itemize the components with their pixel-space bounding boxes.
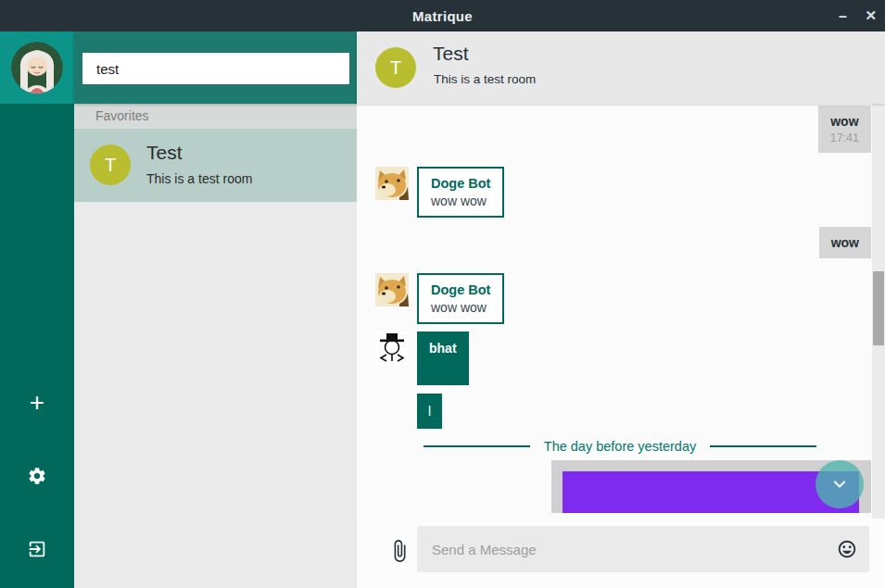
attach-file-button[interactable] <box>387 538 411 564</box>
user-avatar-image <box>11 42 63 94</box>
chat-header: T Test This is a test room <box>357 31 885 104</box>
message-list: wow 17:41 <box>357 104 885 519</box>
room-list-empty-area <box>74 202 357 588</box>
add-room-button[interactable]: + <box>0 384 74 421</box>
close-button[interactable]: ✕ <box>865 8 877 22</box>
date-divider: The day before yesterday <box>424 437 816 456</box>
doge-avatar-image <box>375 167 409 200</box>
message-text: wow <box>831 235 859 250</box>
titlebar: Matrique – ✕ <box>0 0 885 31</box>
chat-panel: T Test This is a test room wow 17:41 <box>357 31 885 588</box>
room-list-item-test[interactable]: T Test This is a test room <box>74 129 357 202</box>
chat-scrollbar-thumb[interactable] <box>873 271 884 345</box>
search-header <box>74 31 357 104</box>
user-avatar[interactable] <box>11 42 63 94</box>
gear-icon <box>27 466 47 486</box>
room-avatar: T <box>90 144 131 185</box>
sender-name: bhat <box>429 341 457 357</box>
composer-bar <box>357 519 885 588</box>
peer-message-bubble[interactable]: Doge Bot wow wow <box>417 167 504 218</box>
minimize-button[interactable]: – <box>839 9 847 24</box>
peer-message-row: bhat <box>375 332 469 385</box>
doge-bot-avatar[interactable] <box>375 167 409 200</box>
main-layout: + Favorites T Test T <box>0 31 885 588</box>
divider-line <box>710 445 816 447</box>
nav-sidebar: + <box>0 31 74 588</box>
message-timestamp: 17:41 <box>830 131 859 144</box>
peer-message-bubble[interactable]: Doge Bot wow wow <box>417 273 504 324</box>
exit-icon <box>27 539 47 559</box>
image-attachment[interactable] <box>563 471 859 513</box>
room-name: Test <box>146 142 183 164</box>
smiley-icon <box>837 539 857 559</box>
bhat-avatar[interactable] <box>375 332 409 365</box>
chat-room-topic: This is a test room <box>434 72 536 86</box>
logout-button[interactable] <box>0 531 74 568</box>
divider-line <box>424 445 530 447</box>
paperclip-icon <box>387 538 411 564</box>
doge-avatar-image <box>375 273 409 307</box>
room-list-panel: Favorites T Test This is a test room <box>74 31 357 588</box>
chevron-down-icon <box>830 475 849 494</box>
chat-room-name: Test <box>433 43 469 65</box>
scroll-to-bottom-button[interactable] <box>815 460 864 508</box>
message-text: l <box>428 404 431 419</box>
message-input-container <box>417 526 869 572</box>
plus-icon: + <box>30 388 44 418</box>
room-topic: This is a test room <box>146 171 252 186</box>
chat-avatar-letter: T <box>390 57 401 79</box>
emoji-button[interactable] <box>837 539 857 559</box>
room-avatar-letter: T <box>105 155 116 176</box>
profile-section <box>0 31 74 104</box>
peer-message-bubble[interactable]: bhat <box>417 332 469 385</box>
window-title: Matrique <box>412 8 473 24</box>
settings-button[interactable] <box>0 457 74 494</box>
message-text: wow wow <box>431 299 490 316</box>
message-input[interactable] <box>417 526 837 572</box>
chat-room-avatar[interactable]: T <box>375 47 416 88</box>
message-text: wow <box>830 114 859 129</box>
message-text: wow wow <box>431 193 490 209</box>
peer-message-row: Doge Bot wow wow <box>375 167 504 218</box>
own-message-bubble[interactable]: wow 17:41 <box>818 106 871 153</box>
sender-name: Doge Bot <box>431 175 490 192</box>
favorites-label: Favorites <box>95 108 149 123</box>
chat-scrollbar-track[interactable] <box>872 104 885 519</box>
sender-name: Doge Bot <box>431 281 490 298</box>
doge-bot-avatar[interactable] <box>375 273 409 307</box>
favorites-section-header: Favorites <box>74 104 357 129</box>
search-input[interactable] <box>82 53 349 84</box>
nav-actions: + <box>0 104 74 588</box>
divider-label: The day before yesterday <box>530 439 710 454</box>
peer-message-bubble[interactable]: l <box>417 394 442 429</box>
bhat-avatar-image <box>375 332 409 365</box>
peer-message-row: Doge Bot wow wow <box>375 273 504 324</box>
own-message-bubble[interactable]: wow <box>819 227 871 258</box>
